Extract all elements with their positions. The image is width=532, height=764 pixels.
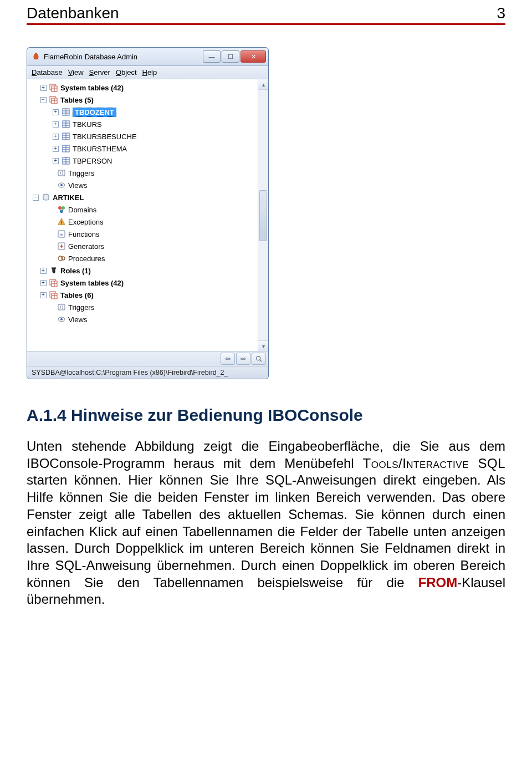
scroll-thumb[interactable] [259, 190, 267, 241]
table-icon [61, 119, 71, 129]
tree-node-exceptions[interactable]: Exceptions [29, 216, 258, 228]
close-button[interactable]: ✕ [241, 50, 266, 63]
tables-icon [49, 278, 59, 288]
status-text: SYSDBA@localhost:C:\Program Files (x86)\… [32, 369, 228, 376]
tree-node-system-tables-2[interactable]: + System tables (42) [29, 277, 258, 289]
tree-node-domains[interactable]: Domains [29, 203, 258, 216]
tables-icon [49, 95, 59, 105]
titlebar: FlameRobin Database Admin — ☐ ✕ [27, 48, 268, 66]
tree-node-tables[interactable]: − Tables (5) [29, 94, 258, 106]
warning-icon [57, 217, 66, 227]
tree-node-roles[interactable]: + Roles (1) [29, 264, 258, 277]
menubar: Database View Server Object Help [27, 66, 268, 79]
statusbar: SYSDBA@localhost:C:\Program Files (x86)\… [27, 366, 268, 379]
tree-node-triggers-2[interactable]: Triggers [29, 301, 258, 313]
tree-node-procedures[interactable]: Procedures [29, 252, 258, 264]
app-icon [32, 52, 40, 61]
tree-node-triggers[interactable]: Triggers [29, 167, 258, 179]
scroll-up-icon[interactable]: ▴ [258, 79, 268, 90]
tree-node-tbkurs[interactable]: + TBKURS [29, 118, 258, 130]
tree-node-artikel[interactable]: − ARTIKEL [29, 191, 258, 203]
generator-icon [57, 241, 66, 251]
menu-object[interactable]: Object [116, 68, 137, 77]
tree-node-views-2[interactable]: Views [29, 313, 258, 325]
tree-node-tables-2[interactable]: + Tables (6) [29, 289, 258, 301]
table-icon [61, 107, 71, 117]
roles-icon [49, 266, 59, 276]
flamerobin-window: FlameRobin Database Admin — ☐ ✕ Database… [27, 47, 269, 379]
table-icon [61, 144, 71, 154]
tree-node-tbkursbesuche[interactable]: + TBKURSBESUCHE [29, 130, 258, 142]
window-title: FlameRobin Database Admin [44, 53, 203, 61]
page-rule [27, 23, 505, 25]
menu-database[interactable]: Database [32, 68, 63, 77]
tree-node-tbkursthema[interactable]: + TBKURSTHEMA [29, 142, 258, 155]
forward-button[interactable]: ⇨ [236, 353, 250, 365]
section-body: Unten stehende Abbildung zeigt die Einga… [27, 438, 505, 608]
minimize-button[interactable]: — [203, 50, 221, 63]
vertical-scrollbar[interactable]: ▴ ▾ [258, 79, 268, 351]
tree-node-views[interactable]: Views [29, 179, 258, 191]
view-icon [57, 180, 66, 190]
menu-help[interactable]: Help [142, 68, 157, 77]
table-icon [61, 156, 71, 166]
tables-icon [49, 290, 59, 300]
page-header: Datenbanken 3 [27, 0, 505, 23]
back-button[interactable]: ⇦ [221, 353, 235, 365]
search-button[interactable] [252, 353, 266, 365]
database-icon [41, 192, 51, 202]
trigger-icon [57, 302, 66, 312]
menu-view[interactable]: View [68, 68, 84, 77]
nav-toolbar: ⇦ ⇨ [27, 352, 268, 366]
tree-view[interactable]: + System tables (42) − Tables (5) + TBDO… [27, 79, 258, 351]
trigger-icon [57, 168, 66, 178]
procedure-icon [57, 253, 66, 263]
body-span: starten können. Hier können Sie Ihre SQL… [27, 472, 505, 589]
tables-icon [49, 83, 59, 93]
scroll-down-icon[interactable]: ▾ [258, 340, 268, 351]
tree-node-tbdozent[interactable]: + TBDOZENT [29, 106, 258, 118]
view-icon [57, 314, 66, 324]
function-icon [57, 229, 66, 239]
table-icon [61, 131, 71, 141]
maximize-button[interactable]: ☐ [222, 50, 239, 63]
from-keyword: FROM [418, 575, 458, 590]
menu-command: Tools/Interactive SQL [363, 456, 505, 471]
tree-node-functions[interactable]: Functions [29, 228, 258, 240]
menu-server[interactable]: Server [89, 68, 110, 77]
tree-node-tbperson[interactable]: + TBPERSON [29, 155, 258, 167]
page-number: 3 [497, 4, 505, 22]
section-title: A.1.4 Hinweise zur Bedienung IBOConsole [27, 406, 505, 425]
tree-node-generators[interactable]: Generators [29, 240, 258, 252]
domains-icon [57, 205, 66, 215]
tree-node-system-tables[interactable]: + System tables (42) [29, 82, 258, 94]
